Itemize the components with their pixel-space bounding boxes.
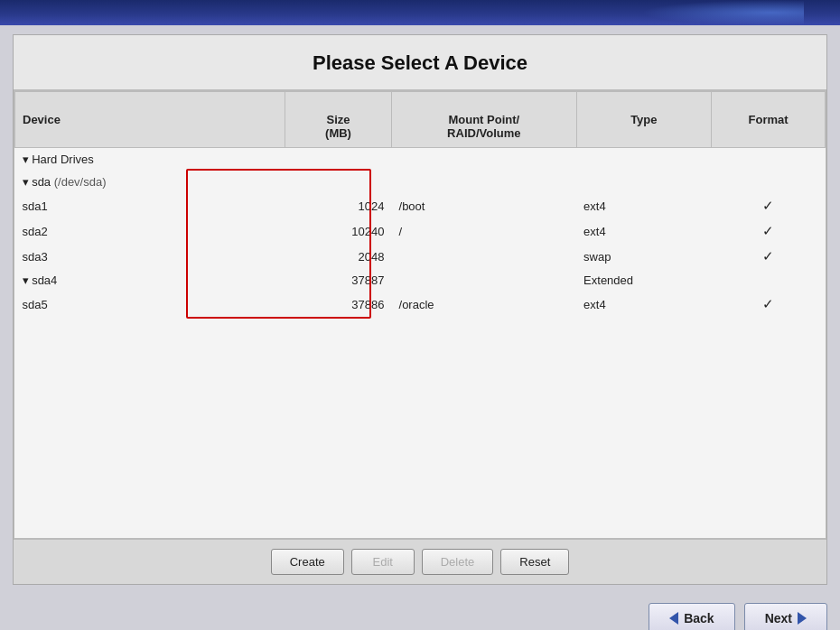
edit-button[interactable]: Edit bbox=[351, 549, 415, 575]
sda3-type: swap bbox=[576, 244, 712, 269]
reset-button[interactable]: Reset bbox=[500, 549, 569, 575]
col-header-type: Type bbox=[576, 92, 712, 148]
sda3-label: sda3 bbox=[23, 250, 48, 264]
sda2-format: ✓ bbox=[712, 218, 826, 244]
table-row-sda4[interactable]: ▾ sda4 37887 Extended bbox=[15, 269, 826, 292]
sda4-format bbox=[712, 269, 826, 292]
sda3-size: 2048 bbox=[285, 244, 392, 269]
sda4-label: sda4 bbox=[32, 273, 57, 287]
group-label-hard-drives: Hard Drives bbox=[32, 153, 94, 166]
col-header-mount: Mount Point/RAID/Volume bbox=[392, 92, 577, 148]
sda2-label: sda2 bbox=[23, 225, 48, 238]
top-bar bbox=[0, 0, 840, 25]
sda1-label: sda1 bbox=[23, 199, 48, 213]
sda2-type: ext4 bbox=[576, 218, 712, 244]
sda2-mount: / bbox=[392, 218, 577, 244]
next-button[interactable]: Next bbox=[744, 603, 827, 630]
table-row-sda5[interactable]: sda5 37886 /oracle ext4 ✓ bbox=[15, 292, 826, 317]
sda1-type: ext4 bbox=[576, 193, 712, 218]
sda4-type: Extended bbox=[576, 269, 712, 292]
table-outer: Device Size(MB) Mount Point/RAID/Volume … bbox=[14, 90, 826, 539]
sda4-size: 37887 bbox=[285, 269, 392, 292]
title-section: Please Select A Device bbox=[14, 35, 826, 90]
sda-label: sda bbox=[32, 175, 51, 189]
nav-bar: Back Next bbox=[0, 594, 840, 630]
sda4-mount bbox=[392, 269, 577, 292]
next-arrow-icon bbox=[798, 612, 807, 625]
sda2-size: 10240 bbox=[285, 218, 392, 244]
action-buttons: Create Edit Delete Reset bbox=[14, 539, 826, 584]
page-title: Please Select A Device bbox=[32, 51, 808, 75]
create-button[interactable]: Create bbox=[271, 549, 344, 575]
sda5-mount: /oracle bbox=[392, 292, 577, 317]
sda5-format: ✓ bbox=[712, 292, 826, 317]
device-row-sda[interactable]: ▾ sda (/dev/sda) bbox=[15, 171, 826, 193]
table-row-sda2[interactable]: sda2 10240 / ext4 ✓ bbox=[15, 218, 826, 244]
col-header-format: Format bbox=[712, 92, 826, 148]
sda1-mount: /boot bbox=[392, 193, 577, 218]
col-header-device: Device bbox=[15, 92, 285, 148]
sda3-mount bbox=[392, 244, 577, 269]
group-row-hard-drives: ▾ Hard Drives bbox=[15, 148, 826, 171]
back-button[interactable]: Back bbox=[649, 603, 734, 630]
table-wrapper: Device Size(MB) Mount Point/RAID/Volume … bbox=[14, 90, 826, 539]
col-header-size: Size(MB) bbox=[285, 92, 392, 148]
back-arrow-icon bbox=[669, 612, 678, 625]
sda5-type: ext4 bbox=[576, 292, 712, 317]
main-container: Please Select A Device Device Size(MB) bbox=[13, 34, 827, 585]
sda1-format: ✓ bbox=[712, 193, 826, 218]
table-row-sda1[interactable]: sda1 1024 /boot ext4 ✓ bbox=[15, 193, 826, 218]
sda1-size: 1024 bbox=[285, 193, 392, 218]
delete-button[interactable]: Delete bbox=[422, 549, 494, 575]
sda5-label: sda5 bbox=[23, 298, 48, 311]
sda3-format: ✓ bbox=[712, 244, 826, 269]
sda-sublabel: (/dev/sda) bbox=[54, 175, 107, 189]
table-row-sda3[interactable]: sda3 2048 swap ✓ bbox=[15, 244, 826, 269]
device-table: Device Size(MB) Mount Point/RAID/Volume … bbox=[14, 91, 826, 317]
sda5-size: 37886 bbox=[285, 292, 392, 317]
